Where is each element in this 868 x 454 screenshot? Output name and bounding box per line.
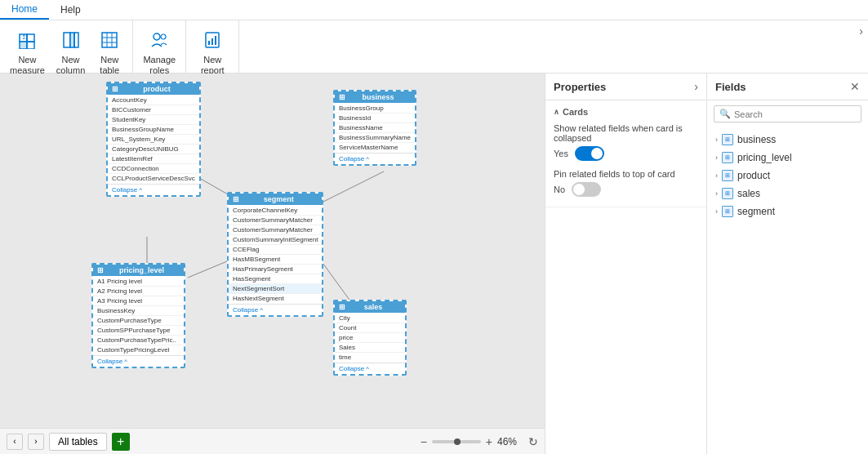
all-tables-button[interactable]: All tables [49, 433, 107, 451]
svg-rect-1 [27, 34, 34, 42]
field-item-segment[interactable]: › ⊞ segment [707, 203, 868, 220]
sales-table-collapse[interactable]: Collapse ^ [335, 363, 405, 374]
fields-search-icon: 🔍 [719, 109, 731, 119]
new-report-button[interactable]: Newreport [191, 24, 234, 79]
add-table-button[interactable]: + [112, 433, 130, 451]
zoom-plus-button[interactable]: + [486, 435, 492, 448]
field-chevron-pricing: › [715, 154, 718, 162]
ribbon-collapse-button[interactable]: › [854, 21, 868, 41]
er-table-sales[interactable]: ⊞sales City Count price Sales time Colla… [333, 300, 407, 376]
roles-icon [146, 27, 172, 53]
show-related-fields-label: Show related fields when card is collaps… [554, 123, 698, 143]
svg-rect-8 [102, 33, 117, 47]
fields-search-box[interactable]: 🔍 [714, 105, 861, 122]
refresh-button[interactable]: ↻ [528, 435, 538, 448]
segment-table-collapse[interactable]: Collapse ^ [229, 304, 322, 315]
field-label-sales: sales [737, 188, 760, 199]
field-label-product: product [737, 170, 770, 181]
pin-related-toggle[interactable] [572, 182, 601, 197]
sales-table-body: City Count price Sales time [335, 313, 405, 363]
pricing-level-table-body: A1 Pricing level A2 Pricing level A3 Pri… [93, 276, 184, 355]
segment-table-header: ⊞segment [229, 194, 322, 205]
segment-table-body: CorporateChannelKey CustomerSummaryMatch… [229, 205, 322, 304]
field-chevron-segment: › [715, 207, 718, 216]
field-label-business: business [737, 134, 776, 145]
fields-search-input[interactable] [734, 109, 856, 119]
svg-rect-3 [27, 42, 34, 49]
cards-chevron-icon: ∧ [554, 108, 559, 116]
svg-rect-17 [211, 38, 213, 45]
report-icon [199, 27, 225, 53]
svg-rect-2 [20, 42, 27, 49]
svg-text:Σ: Σ [23, 34, 27, 40]
tab-help[interactable]: Help [49, 0, 92, 20]
product-table-collapse[interactable]: Collapse ^ [108, 184, 199, 195]
field-chevron-product: › [715, 171, 718, 180]
svg-rect-7 [74, 33, 78, 47]
field-item-pricing-level[interactable]: › ⊞ pricing_level [707, 149, 868, 167]
zoom-slider-track[interactable] [432, 440, 481, 443]
new-column-button[interactable]: Newcolumn [51, 24, 90, 79]
svg-rect-16 [208, 41, 210, 45]
er-canvas-area: ⊞product AccountKey BICCustomer StudentK… [0, 73, 545, 454]
field-item-sales[interactable]: › ⊞ sales [707, 185, 868, 203]
manage-roles-button[interactable]: Manageroles [138, 24, 180, 79]
svg-point-14 [161, 34, 166, 39]
pin-related-no-label: No [554, 185, 565, 194]
business-table-collapse[interactable]: Collapse ^ [335, 153, 415, 164]
sales-table-header: ⊞sales [335, 301, 405, 313]
er-table-business[interactable]: ⊞business BusinessGroup BusinessId Busin… [333, 90, 416, 166]
pricing-level-table-header: ⊞pricing_level [93, 265, 184, 276]
svg-rect-18 [215, 36, 216, 45]
svg-rect-5 [64, 33, 70, 47]
pin-related-fields-label: Pin related fields to top of card [554, 169, 698, 179]
canvas-prev-button[interactable]: ‹ [7, 434, 23, 450]
cards-section-label: Cards [563, 107, 588, 117]
business-table-header: ⊞business [335, 91, 415, 103]
fields-panel: Fields ✕ 🔍 › ⊞ business › ⊞ pricing_leve… [706, 73, 868, 454]
field-table-icon-product: ⊞ [722, 170, 733, 181]
field-table-icon-pricing: ⊞ [722, 152, 733, 163]
show-related-toggle[interactable] [575, 146, 604, 161]
field-item-product[interactable]: › ⊞ product [707, 167, 868, 185]
svg-point-13 [154, 33, 160, 40]
field-table-icon-sales: ⊞ [722, 188, 733, 199]
tab-home[interactable]: Home [0, 0, 49, 20]
fields-list: › ⊞ business › ⊞ pricing_level › ⊞ produ… [707, 127, 868, 454]
field-label-segment: segment [737, 206, 775, 217]
new-measure-button[interactable]: Σ Newmeasure [5, 24, 50, 79]
field-item-business[interactable]: › ⊞ business [707, 131, 868, 149]
canvas-nav-bar: ‹ › All tables + − + 46% ↻ [0, 428, 545, 454]
er-table-segment[interactable]: ⊞segment CorporateChannelKey CustomerSum… [227, 192, 323, 317]
svg-line-20 [318, 171, 384, 204]
canvas-next-button[interactable]: › [28, 434, 44, 450]
table-icon [96, 27, 122, 53]
field-chevron-business: › [715, 136, 718, 144]
product-table-header: ⊞product [108, 83, 199, 95]
zoom-percentage: 46% [497, 436, 523, 447]
product-table-body: AccountKey BICCustomer StudentKey Busine… [108, 95, 199, 184]
column-icon [58, 27, 84, 53]
er-table-product[interactable]: ⊞product AccountKey BICCustomer StudentK… [106, 82, 201, 197]
field-label-pricing: pricing_level [737, 152, 792, 163]
properties-panel: Properties › ∧ Cards Show related fields… [545, 73, 706, 454]
show-related-yes-label: Yes [554, 149, 568, 158]
zoom-minus-button[interactable]: − [421, 435, 427, 448]
er-table-pricing-level[interactable]: ⊞pricing_level A1 Pricing level A2 Prici… [91, 263, 185, 368]
field-table-icon-segment: ⊞ [722, 206, 733, 217]
field-chevron-sales: › [715, 189, 718, 198]
pricing-level-table-collapse[interactable]: Collapse ^ [93, 355, 184, 367]
new-table-button[interactable]: Newtable [91, 24, 127, 79]
measure-icon: Σ [14, 27, 40, 53]
field-table-icon-business: ⊞ [722, 134, 733, 145]
business-table-body: BusinessGroup BusinessId BusinessName Bu… [335, 103, 415, 153]
